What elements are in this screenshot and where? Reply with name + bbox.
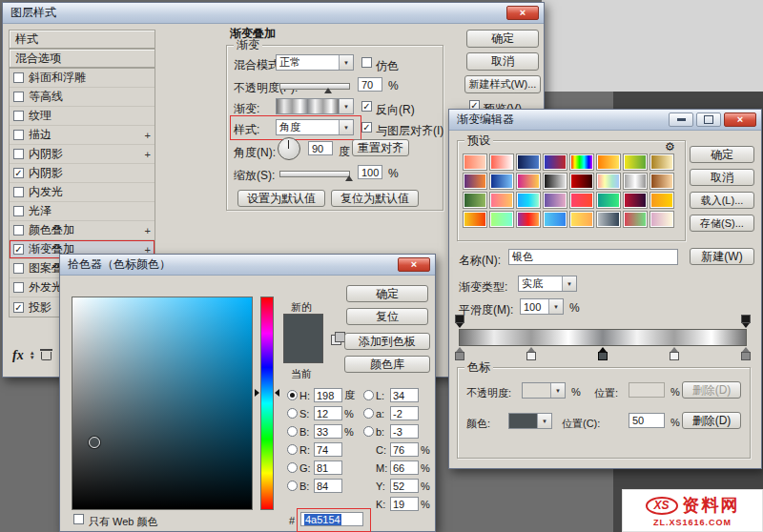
angle-input[interactable]: 90 [308, 141, 333, 155]
color-field-marker[interactable] [89, 437, 100, 448]
color-position-input[interactable]: 50 [629, 413, 665, 428]
gear-icon[interactable]: ⚙ [665, 141, 675, 153]
style-item-checkbox[interactable] [13, 111, 24, 121]
color-value-input[interactable]: 66 [390, 460, 419, 475]
gradient-preset-swatch[interactable] [569, 211, 594, 228]
color-value-input[interactable]: 19 [390, 497, 419, 511]
opacity-stop[interactable] [455, 315, 464, 328]
color-mode-radio[interactable] [287, 390, 298, 400]
web-colors-only-checkbox[interactable] [73, 514, 84, 524]
color-value-input[interactable]: 84 [314, 479, 342, 493]
gradient-preset-swatch[interactable] [489, 173, 514, 190]
gradient-preset-swatch[interactable] [516, 192, 541, 209]
gradient-select[interactable]: ▼ [276, 98, 354, 114]
ok-button[interactable]: 确定 [346, 285, 428, 302]
style-item[interactable]: 描边+ [10, 126, 155, 145]
reverse-checkbox[interactable]: ✓ [361, 101, 372, 112]
opacity-stop[interactable] [741, 315, 751, 328]
stop-color-select[interactable]: ▼ [508, 413, 552, 429]
style-item-checkbox[interactable]: ✓ [13, 168, 24, 178]
gradient-preset-swatch[interactable] [543, 153, 567, 171]
scale-input[interactable]: 100 [358, 165, 382, 179]
style-item-checkbox[interactable] [13, 225, 24, 235]
gradient-preset-swatch[interactable] [543, 192, 567, 209]
color-mode-radio[interactable] [287, 408, 298, 419]
dither-checkbox[interactable] [361, 57, 372, 68]
hue-marker-right-icon[interactable] [275, 389, 279, 397]
cancel-button[interactable]: 取消 [466, 52, 539, 71]
reset-button[interactable]: 复位 [346, 308, 428, 325]
color-value-input[interactable]: 81 [314, 460, 342, 475]
hue-marker-left-icon[interactable] [255, 389, 259, 397]
trash-icon[interactable] [41, 352, 52, 360]
color-value-input[interactable]: 198 [314, 388, 342, 402]
style-item-checkbox[interactable] [13, 149, 24, 159]
scale-slider-thumb[interactable] [345, 175, 353, 181]
gradient-preset-swatch[interactable] [463, 192, 487, 209]
saturation-brightness-field[interactable] [72, 297, 253, 510]
reorder-arrows-icon[interactable]: ▲▼ [30, 351, 35, 360]
hue-slider[interactable] [260, 297, 274, 510]
gradient-preset-swatch[interactable] [623, 173, 648, 190]
close-icon[interactable]: × [398, 257, 430, 272]
hex-input[interactable]: 4a5154 [300, 512, 363, 526]
close-icon[interactable]: × [506, 6, 539, 20]
blend-mode-select[interactable]: 正常 ▼ [276, 54, 354, 71]
gradient-bar[interactable] [459, 329, 747, 346]
gradient-preset-swatch[interactable] [596, 173, 621, 190]
color-value-input[interactable]: -2 [390, 406, 419, 420]
opacity-input[interactable]: 70 [358, 77, 382, 92]
align-checkbox[interactable]: ✓ [361, 122, 372, 133]
color-mode-radio[interactable] [363, 426, 374, 437]
color-libraries-button[interactable]: 颜色库 [344, 356, 430, 373]
add-to-swatches-button[interactable]: 添加到色板 [344, 333, 430, 350]
gradient-preset-swatch[interactable] [543, 173, 567, 190]
style-item-checkbox[interactable] [13, 282, 24, 293]
color-value-input[interactable]: 33 [314, 424, 342, 439]
gradient-preset-swatch[interactable] [489, 192, 514, 209]
gradient-preset-swatch[interactable] [623, 211, 648, 228]
color-value-input[interactable]: 74 [314, 442, 342, 457]
color-mode-radio[interactable] [287, 444, 298, 455]
gradient-preset-swatch[interactable] [463, 173, 487, 190]
style-item[interactable]: 内阴影+ [10, 145, 155, 164]
gradient-preset-swatch[interactable] [596, 192, 621, 209]
web-color-cube-icon[interactable] [331, 335, 341, 345]
color-mode-radio[interactable] [287, 426, 298, 437]
angle-dial[interactable] [278, 137, 300, 160]
style-item-checkbox[interactable] [13, 187, 24, 197]
color-stop[interactable] [741, 347, 751, 360]
set-default-button[interactable]: 设置为默认值 [237, 190, 325, 207]
gradient-preset-swatch[interactable] [569, 153, 594, 171]
ok-button[interactable]: 确定 [466, 30, 539, 48]
smoothness-select[interactable]: 100 ▼ [520, 298, 564, 315]
gradient-preset-swatch[interactable] [489, 153, 514, 171]
gradient-preset-swatch[interactable] [623, 192, 648, 209]
color-stop[interactable] [526, 347, 536, 360]
new-gradient-button[interactable]: 新建(W) [690, 248, 754, 265]
color-mode-radio[interactable] [287, 481, 298, 491]
maximize-icon[interactable] [696, 113, 721, 127]
style-item[interactable]: 光泽 [10, 202, 155, 221]
color-value-input[interactable]: 12 [314, 406, 342, 420]
gradient-preset-swatch[interactable] [569, 173, 594, 190]
gradient-preset-swatch[interactable] [516, 173, 541, 190]
reset-align-button[interactable]: 重置对齐 [352, 139, 409, 156]
reset-default-button[interactable]: 复位为默认值 [331, 190, 419, 207]
minimize-icon[interactable] [669, 113, 693, 127]
gradient-preset-swatch[interactable] [489, 211, 514, 228]
layer-style-titlebar[interactable]: 图层样式 × [3, 3, 544, 24]
gradient-preset-swatch[interactable] [543, 211, 567, 228]
gradient-preset-swatch[interactable] [569, 192, 594, 209]
blending-options-item[interactable]: 混合选项 [9, 49, 155, 68]
color-stop[interactable] [598, 347, 608, 360]
style-item-checkbox[interactable] [13, 263, 24, 274]
color-mode-radio[interactable] [363, 408, 374, 419]
color-mode-radio[interactable] [363, 390, 374, 400]
gradient-editor-titlebar[interactable]: 渐变编辑器 × [449, 110, 761, 131]
color-value-input[interactable]: 52 [390, 479, 419, 493]
style-item[interactable]: 斜面和浮雕 [10, 69, 155, 88]
ok-button[interactable]: 确定 [690, 146, 754, 163]
gradient-preset-swatch[interactable] [463, 211, 487, 228]
color-stop[interactable] [670, 347, 679, 360]
